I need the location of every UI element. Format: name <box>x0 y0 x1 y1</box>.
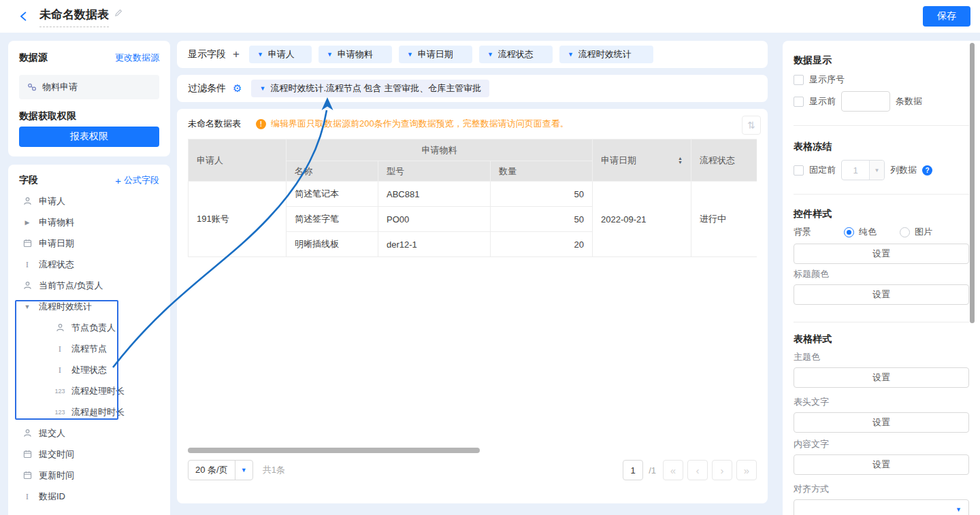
filter-condition-chip[interactable]: ▼流程时效统计.流程节点 包含 主管审批、仓库主管审批 <box>251 80 489 97</box>
back-button[interactable] <box>16 9 31 24</box>
sort-icon: ⇅ <box>747 120 755 131</box>
content-text-set-button[interactable]: 设置 <box>794 454 969 475</box>
page-total-label: /1 <box>649 465 656 476</box>
table-row: 191账号 简述笔记本 ABC881 50 2022-09-21 进行中 <box>189 182 757 207</box>
divider <box>794 322 969 322</box>
user-icon <box>54 323 65 332</box>
field-item-handle-status[interactable]: I 处理状态 <box>8 359 170 380</box>
chevron-left-icon <box>18 11 29 22</box>
title-color-label: 标题颜色 <box>794 268 969 280</box>
field-item-node-owner[interactable]: 节点负责人 <box>8 317 170 338</box>
vertical-scrollbar[interactable] <box>970 43 975 323</box>
field-item-current-node-owner[interactable]: 当前节点/负责人 <box>8 275 170 296</box>
display-field-chip-apply-date[interactable]: ▼申请日期 <box>399 46 472 63</box>
content-text-label: 内容文字 <box>794 438 969 450</box>
add-display-field-button[interactable]: + <box>233 48 240 61</box>
freeze-checkbox[interactable] <box>794 165 804 176</box>
col-header-name: 名称 <box>287 161 378 182</box>
show-index-label: 显示序号 <box>809 73 845 86</box>
field-item-applicant[interactable]: 申请人 <box>8 190 170 212</box>
horizontal-scrollbar[interactable] <box>188 448 480 453</box>
cell-material-model: der12-1 <box>378 232 491 257</box>
display-field-chip-flow-status[interactable]: ▼流程状态 <box>479 46 553 63</box>
last-page-button[interactable]: » <box>736 460 757 480</box>
users-icon <box>22 281 33 290</box>
field-item-flow-status[interactable]: I 流程状态 <box>8 254 170 275</box>
widget-style-title: 控件样式 <box>794 207 969 220</box>
fields-card: 字段 + 公式字段 申请人 ▶ 申请物料 申请日期 I 流程状态 <box>8 165 170 515</box>
save-button[interactable]: 保存 <box>923 6 970 27</box>
radio-selected-icon <box>844 227 854 237</box>
field-group-flow-stats[interactable]: ▼ 流程时效统计 <box>8 296 170 317</box>
freeze-suffix-label: 列数据 <box>890 164 917 176</box>
settings-panel: 数据显示 显示序号 显示前 条数据 表格冻结 固定前 1 ▼ 列数据 ? 控件样… <box>783 41 980 515</box>
caret-down-icon: ▼ <box>487 51 493 58</box>
page-size-select[interactable]: 20 条/页 ▼ <box>188 460 253 480</box>
display-field-chip-applicant[interactable]: ▼申请人 <box>249 46 312 63</box>
field-item-data-id[interactable]: I 数据ID <box>8 486 170 507</box>
title-color-set-button[interactable]: 设置 <box>794 284 969 305</box>
total-count-label: 共1条 <box>263 464 285 476</box>
report-permission-button[interactable]: 报表权限 <box>19 127 159 147</box>
form-link-icon <box>27 82 37 92</box>
show-first-checkbox[interactable] <box>794 97 804 107</box>
col-header-apply-date[interactable]: 申请日期 ▲▼ <box>593 139 691 182</box>
cell-material-name: 简述签字笔 <box>287 207 378 232</box>
text-field-icon: I <box>22 491 33 502</box>
field-item-flow-duration[interactable]: 123 流程处理时长 <box>8 380 170 401</box>
first-page-button[interactable]: « <box>663 460 683 480</box>
show-first-suffix-label: 条数据 <box>896 95 922 107</box>
freeze-prefix-label: 固定前 <box>809 164 836 176</box>
field-item-update-time[interactable]: 更新时间 <box>8 465 170 486</box>
freeze-count-select[interactable]: 1 ▼ <box>841 160 885 180</box>
display-field-chip-flow-stats[interactable]: ▼流程时效统计 <box>559 46 653 63</box>
divider <box>794 194 969 195</box>
table-style-title: 表格样式 <box>794 332 969 346</box>
sort-arrows-icon[interactable]: ▲▼ <box>678 156 683 165</box>
calendar-icon <box>22 239 33 248</box>
field-item-materials[interactable]: ▶ 申请物料 <box>8 212 170 233</box>
next-page-button[interactable]: › <box>712 460 732 480</box>
background-set-button[interactable]: 设置 <box>794 244 969 264</box>
page-input[interactable]: 1 <box>623 460 643 480</box>
field-item-apply-date[interactable]: 申请日期 <box>8 233 170 254</box>
show-index-checkbox[interactable] <box>794 75 804 85</box>
datasource-item[interactable]: 物料申请 <box>19 75 159 99</box>
bg-solid-radio-option[interactable]: 纯色 <box>844 226 877 238</box>
edit-icon[interactable] <box>114 9 122 17</box>
gear-icon[interactable]: ⚙ <box>233 82 242 95</box>
align-select[interactable]: ▼ <box>794 499 969 515</box>
prev-page-button[interactable]: ‹ <box>687 460 708 480</box>
warning-icon: ! <box>256 119 266 129</box>
col-header-model: 型号 <box>378 161 491 182</box>
theme-color-set-button[interactable]: 设置 <box>794 367 969 388</box>
field-item-flow-overtime[interactable]: 123 流程超时时长 <box>8 401 170 422</box>
calendar-icon <box>22 471 33 480</box>
datasource-title: 数据源 <box>19 52 48 64</box>
bg-image-radio-option[interactable]: 图片 <box>900 226 932 238</box>
field-item-submitter[interactable]: 提交人 <box>8 422 170 444</box>
caret-down-icon: ▼ <box>407 51 413 58</box>
theme-color-label: 主题色 <box>794 351 969 363</box>
user-icon <box>22 197 33 205</box>
page-title[interactable]: 未命名数据表 <box>39 7 109 27</box>
col-header-materials-group: 申请物料 <box>287 139 593 161</box>
display-field-chip-materials[interactable]: ▼申请物料 <box>318 46 392 63</box>
show-first-count-input[interactable] <box>841 91 890 112</box>
add-formula-field-link[interactable]: + 公式字段 <box>115 174 159 186</box>
report-designer-app: 未命名数据表 保存 数据源 更改数据源 物料申请 数据获取权限 报表权限 字段 … <box>0 0 980 515</box>
sort-toggle-button[interactable]: ⇅ <box>742 116 761 135</box>
header-text-set-button[interactable]: 设置 <box>794 412 969 433</box>
field-item-flow-node[interactable]: I 流程节点 <box>8 338 170 359</box>
help-icon[interactable]: ? <box>922 165 932 176</box>
caret-down-icon: ▼ <box>235 461 252 480</box>
user-icon <box>22 429 33 437</box>
caret-down-icon: ▼ <box>956 506 962 513</box>
col-header-qty: 数量 <box>491 161 593 182</box>
cell-flow-status: 进行中 <box>691 182 757 257</box>
field-item-submit-time[interactable]: 提交时间 <box>8 444 170 465</box>
cell-material-model: PO00 <box>378 207 491 232</box>
change-datasource-link[interactable]: 更改数据源 <box>115 52 159 64</box>
cell-material-qty: 50 <box>491 207 593 232</box>
preview-table: 申请人 申请物料 申请日期 ▲▼ 流程状态 名称 型号 数量 <box>188 139 757 257</box>
